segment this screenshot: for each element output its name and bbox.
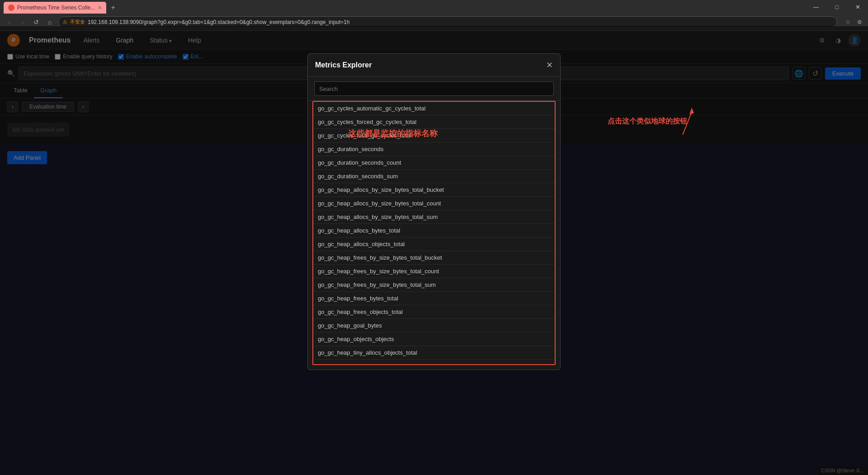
modal-overlay: Metrics Explorer ✕ go_gc_cycles_automati… <box>0 26 868 475</box>
security-icon: ⚠ <box>63 19 67 25</box>
home-button[interactable]: ⌂ <box>44 17 55 28</box>
metrics-list[interactable]: go_gc_cycles_automatic_gc_cycles_totalgo… <box>312 101 556 365</box>
metric-item[interactable]: go_gc_cycles_automatic_gc_cycles_total <box>313 102 555 115</box>
modal-title: Metrics Explorer <box>315 61 372 69</box>
modal-close-button[interactable]: ✕ <box>546 60 553 70</box>
modal-search-area <box>308 77 560 101</box>
metric-item[interactable]: go_gc_duration_seconds_count <box>313 156 555 170</box>
tab-favicon <box>8 5 14 11</box>
metric-item[interactable]: go_gc_heap_allocs_by_size_bytes_total_bu… <box>313 183 555 197</box>
extensions-icon[interactable]: ⚙ <box>854 17 864 27</box>
bookmark-icon[interactable]: ☆ <box>843 17 853 27</box>
active-tab[interactable]: Prometheus Time Series Colle... ✕ <box>4 2 106 14</box>
minimize-button[interactable]: — <box>806 0 826 14</box>
metric-item[interactable]: go_gc_pauses_seconds_total_bucket <box>313 360 555 365</box>
maximize-button[interactable]: □ <box>826 0 847 14</box>
metric-item[interactable]: go_gc_cycles_forced_gc_cycles_total <box>313 115 555 129</box>
metric-item[interactable]: go_gc_heap_frees_by_size_bytes_total_sum <box>313 278 555 292</box>
back-button[interactable]: ‹ <box>4 17 14 28</box>
tab-title: Prometheus Time Series Colle... <box>17 5 95 11</box>
svg-marker-1 <box>689 108 694 114</box>
metric-item[interactable]: go_gc_heap_frees_by_size_bytes_total_cou… <box>313 265 555 278</box>
address-text: 192.168.109.138:9090/graph?g0.expr=&g0.t… <box>88 19 349 25</box>
new-tab-button[interactable]: + <box>107 2 119 14</box>
annotation-globe-label: 点击这个类似地球的按钮 <box>608 117 687 126</box>
close-tab-icon[interactable]: ✕ <box>98 5 102 11</box>
svg-line-0 <box>683 112 692 135</box>
metric-item[interactable]: go_gc_heap_frees_bytes_total <box>313 292 555 305</box>
window-controls: — □ ✕ <box>806 0 868 14</box>
metric-item[interactable]: go_gc_heap_objects_objects <box>313 332 555 346</box>
metrics-explorer-modal: Metrics Explorer ✕ go_gc_cycles_automati… <box>307 53 561 370</box>
refresh-button[interactable]: ↺ <box>31 17 42 28</box>
metric-item[interactable]: go_gc_heap_allocs_by_size_bytes_total_su… <box>313 210 555 224</box>
metric-item[interactable]: go_gc_duration_seconds <box>313 142 555 156</box>
modal-header: Metrics Explorer ✕ <box>308 54 560 77</box>
metric-item[interactable]: go_gc_cycles_total_gc_cycles_total <box>313 129 555 142</box>
metric-item[interactable]: go_gc_heap_frees_by_size_bytes_total_buc… <box>313 251 555 265</box>
metric-item[interactable]: go_gc_heap_allocs_by_size_bytes_total_co… <box>313 197 555 210</box>
close-button[interactable]: ✕ <box>847 0 868 14</box>
metrics-search-input[interactable] <box>314 81 554 96</box>
browser-actions: ☆ ⚙ <box>843 17 864 27</box>
metric-item[interactable]: go_gc_heap_tiny_allocs_objects_total <box>313 346 555 360</box>
metric-item[interactable]: go_gc_heap_allocs_objects_total <box>313 238 555 251</box>
metric-item[interactable]: go_gc_heap_frees_objects_total <box>313 305 555 319</box>
metric-item[interactable]: go_gc_heap_allocs_bytes_total <box>313 224 555 238</box>
metric-item[interactable]: go_gc_duration_seconds_sum <box>313 170 555 183</box>
metric-item[interactable]: go_gc_heap_goal_bytes <box>313 319 555 332</box>
browser-top: Prometheus Time Series Colle... ✕ + — □ … <box>0 0 868 14</box>
tabs-area: Prometheus Time Series Colle... ✕ + <box>0 0 806 14</box>
url-warning: 不安全 <box>70 19 85 25</box>
annotation-arrow <box>642 103 696 139</box>
forward-button[interactable]: › <box>17 17 28 28</box>
